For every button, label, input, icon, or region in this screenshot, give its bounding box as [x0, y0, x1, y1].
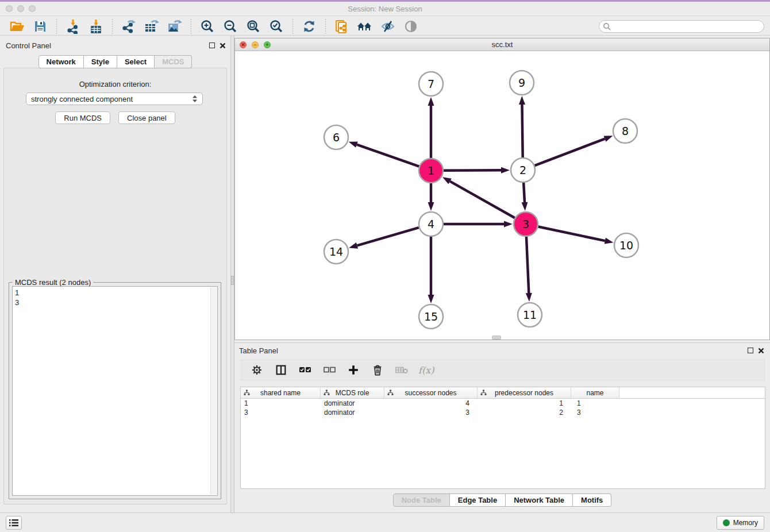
- run-mcds-button[interactable]: Run MCDS: [55, 111, 110, 124]
- graph-node-1[interactable]: 1: [419, 159, 443, 183]
- graph-node-4[interactable]: 4: [419, 212, 443, 236]
- cell-mcds-role[interactable]: dominator: [321, 399, 384, 407]
- svg-text:7: 7: [428, 78, 434, 90]
- tab-network-table[interactable]: Network Table: [506, 494, 573, 507]
- close-window-icon[interactable]: [6, 5, 13, 12]
- refresh-button[interactable]: [301, 18, 318, 34]
- close-panel-icon[interactable]: [220, 43, 226, 49]
- panel-splitter[interactable]: [230, 36, 234, 512]
- cell-successor-nodes[interactable]: 4: [384, 399, 478, 407]
- task-history-button[interactable]: [6, 516, 22, 530]
- zoom-in-button[interactable]: [199, 18, 216, 34]
- split-columns-button[interactable]: [272, 362, 290, 378]
- cell-name[interactable]: 1: [571, 399, 619, 407]
- graph-edge-3-11[interactable]: [526, 237, 529, 293]
- tab-motifs[interactable]: Motifs: [573, 494, 611, 507]
- select-all-columns-button[interactable]: [297, 362, 314, 378]
- export-table-button[interactable]: [143, 18, 160, 34]
- graph-edge-3-10[interactable]: [538, 227, 605, 241]
- column-header-name[interactable]: name: [571, 387, 619, 398]
- graph-edge-2-9[interactable]: [522, 105, 523, 157]
- close-network-icon[interactable]: ✕: [240, 41, 247, 48]
- cell-predecessor-nodes[interactable]: 2: [478, 408, 571, 417]
- result-scrollbar[interactable]: [210, 287, 217, 495]
- network-canvas[interactable]: 7968124314101511: [235, 51, 769, 340]
- graph-node-8[interactable]: 8: [613, 119, 637, 143]
- graph-edge-2-3[interactable]: [523, 183, 525, 202]
- float-table-panel-icon[interactable]: [748, 348, 753, 353]
- network-window: ✕ − + scc.txt 7968124314101511: [234, 38, 770, 340]
- splitter-grip[interactable]: [231, 276, 234, 285]
- save-session-button[interactable]: [32, 18, 49, 34]
- minimize-network-icon[interactable]: −: [252, 41, 259, 48]
- export-image-button[interactable]: [166, 18, 183, 34]
- import-table-button[interactable]: [87, 18, 105, 34]
- canvas-splitter-handle[interactable]: [492, 336, 501, 340]
- import-network-button[interactable]: [64, 18, 82, 34]
- zoom-out-button[interactable]: [222, 18, 239, 34]
- cell-shared-name[interactable]: 3: [241, 408, 321, 417]
- hide-vizmap-button[interactable]: [379, 18, 396, 34]
- close-table-panel-icon[interactable]: [758, 348, 764, 354]
- open-file-button[interactable]: [9, 18, 26, 34]
- mcds-result-text[interactable]: 1 3: [12, 286, 218, 496]
- graph-node-3[interactable]: 3: [514, 212, 538, 236]
- graph-node-2[interactable]: 2: [511, 158, 535, 182]
- graph-node-7[interactable]: 7: [419, 72, 443, 96]
- delete-button[interactable]: [369, 362, 386, 378]
- graph-node-9[interactable]: 9: [510, 71, 534, 95]
- search-icon: [603, 22, 611, 30]
- homes-button[interactable]: [356, 18, 374, 34]
- graph-edge-1-6[interactable]: [357, 145, 419, 167]
- search-input[interactable]: [599, 20, 764, 33]
- maximize-window-icon[interactable]: [29, 5, 36, 12]
- attribute-tree-icon: [244, 390, 250, 396]
- table-settings-button[interactable]: [248, 362, 265, 378]
- duplicate-network-button[interactable]: [333, 18, 351, 34]
- column-header-mcds-role[interactable]: MCDS role: [321, 387, 384, 398]
- cell-shared-name[interactable]: 1: [241, 399, 321, 407]
- cell-successor-nodes[interactable]: 3: [384, 408, 478, 417]
- toolbar-separator: [112, 19, 113, 34]
- zoom-fit-button[interactable]: [245, 18, 262, 34]
- graph-node-10[interactable]: 10: [614, 233, 638, 257]
- graph-edge-1-2[interactable]: [444, 170, 501, 171]
- graph-node-15[interactable]: 15: [419, 304, 443, 329]
- graph-node-6[interactable]: 6: [324, 125, 348, 149]
- graph-edge-2-8[interactable]: [535, 139, 605, 166]
- export-image-icon: [167, 19, 183, 34]
- tab-network[interactable]: Network: [38, 55, 84, 68]
- eye-button[interactable]: [402, 18, 419, 34]
- graph-node-11[interactable]: 11: [518, 303, 542, 327]
- maximize-network-icon[interactable]: +: [264, 41, 271, 48]
- cell-name[interactable]: 3: [571, 408, 619, 417]
- column-header-shared-name[interactable]: shared name: [241, 387, 321, 398]
- float-panel-icon[interactable]: [209, 43, 215, 48]
- delete-column-button[interactable]: [393, 362, 410, 378]
- network-titlebar[interactable]: ✕ − + scc.txt: [235, 38, 769, 51]
- graph-edge-4-14[interactable]: [357, 228, 418, 245]
- table-row[interactable]: 1 dominator 4 1 1: [241, 399, 765, 408]
- tab-style[interactable]: Style: [84, 55, 117, 68]
- unselect-all-columns-button[interactable]: [321, 362, 338, 378]
- cell-predecessor-nodes[interactable]: 1: [478, 399, 571, 407]
- tab-mcds[interactable]: MCDS: [155, 55, 192, 68]
- table-row[interactable]: 3 dominator 3 2 3: [241, 408, 765, 417]
- tab-select[interactable]: Select: [117, 55, 155, 68]
- optimization-criterion-select[interactable]: strongly connected component: [26, 92, 203, 105]
- minimize-window-icon[interactable]: [17, 5, 24, 12]
- cell-mcds-role[interactable]: dominator: [321, 408, 384, 417]
- close-panel-button[interactable]: Close panel: [118, 111, 175, 124]
- zoom-selected-button[interactable]: [268, 18, 285, 34]
- tab-node-table[interactable]: Node Table: [393, 494, 450, 507]
- tab-edge-table[interactable]: Edge Table: [450, 494, 506, 507]
- graph-node-14[interactable]: 14: [324, 240, 348, 264]
- column-header-successor-nodes[interactable]: successor nodes: [384, 387, 478, 398]
- memory-button[interactable]: Memory: [717, 516, 764, 530]
- column-header-predecessor-nodes[interactable]: predecessor nodes: [478, 387, 571, 398]
- graph-edge-arrow-3-11: [526, 293, 532, 302]
- function-builder-button[interactable]: f(x): [418, 365, 434, 376]
- export-network-button[interactable]: [120, 18, 137, 34]
- create-column-button[interactable]: [345, 362, 362, 378]
- graph-edge-3-1[interactable]: [450, 182, 515, 218]
